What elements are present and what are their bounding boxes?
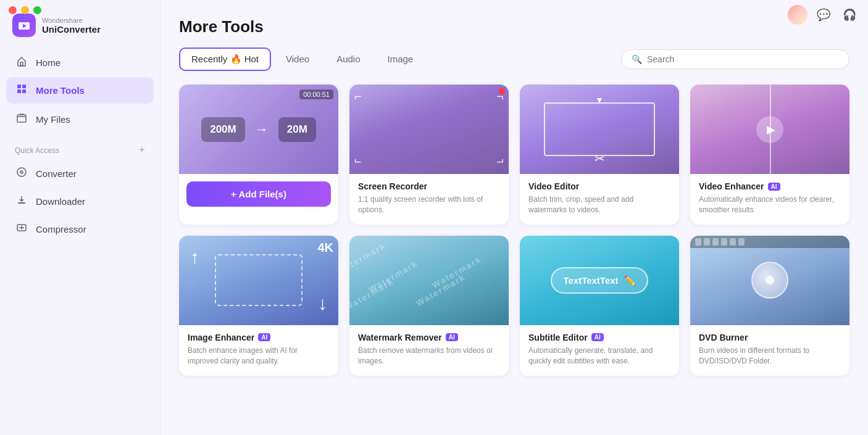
- tool-card-dvd-burner[interactable]: DVD Burner Burn videos in different form…: [690, 236, 849, 376]
- header-right: 💬 🎧: [788, 5, 859, 25]
- tool-card-image-enhancer[interactable]: 4K ↑ ↓ Image Enhancer AI Batch enhance i…: [179, 236, 338, 376]
- tab-video-label: Video: [286, 54, 309, 64]
- sidebar: Wondershare UniConverter Home More Tools…: [0, 0, 161, 435]
- sidebar-item-home[interactable]: Home: [6, 49, 154, 76]
- converter-badge: 00:00:51: [299, 89, 333, 99]
- subtitle-editor-info: Subtitle Editor AI Automatically generat…: [520, 325, 679, 376]
- tool-card-video-enhancer[interactable]: Video Enhancer AI Automatically enhance …: [690, 85, 849, 225]
- sidebar-item-compressor[interactable]: Compressor: [6, 216, 154, 242]
- dvd-burner-thumb: [690, 236, 849, 325]
- divider-line: [770, 85, 771, 174]
- tool-card-watermark-remover[interactable]: Watermark Watermark Watermark Watermark …: [349, 236, 509, 376]
- search-input[interactable]: [647, 54, 839, 64]
- ai-badge-subtitle: AI: [591, 333, 604, 341]
- tab-audio-label: Audio: [336, 54, 360, 64]
- ai-badge-image-enhancer: AI: [258, 333, 270, 341]
- watermark-text-1: Watermark: [349, 240, 388, 276]
- scissors-icon: ✂: [595, 151, 605, 166]
- dvd-disc: [751, 262, 788, 299]
- film-hole-3: [712, 238, 719, 246]
- enhance-frame: [215, 254, 303, 306]
- home-icon: [15, 56, 28, 70]
- tab-recently-hot-label: Recently 🔥 Hot: [191, 54, 259, 64]
- screen-recorder-thumb: ⌐ ⌐ ⌐ ⌐: [349, 85, 509, 174]
- svg-rect-5: [17, 89, 21, 93]
- headphone-icon[interactable]: 🎧: [840, 5, 859, 25]
- svg-point-8: [17, 168, 26, 176]
- brand-label: Wondershare: [42, 17, 101, 24]
- sidebar-item-my-files[interactable]: My Files: [6, 106, 154, 133]
- svg-rect-3: [17, 85, 21, 88]
- watermark-remover-desc: Batch remove watermarks from videos or i…: [358, 346, 500, 367]
- tool-card-video-editor[interactable]: ▼ ✂ Video Editor Batch trim, crop, speed…: [520, 85, 679, 225]
- my-files-label: My Files: [36, 114, 70, 125]
- converter-arrow: →: [255, 122, 269, 138]
- screen-recorder-info: Screen Recorder 1:1 quality screen recor…: [349, 174, 509, 225]
- corner-bl: ⌐: [354, 155, 362, 169]
- watermark-remover-title: Watermark Remover AI: [358, 333, 500, 342]
- quick-access-nav: Converter Downloader Compressor: [0, 160, 160, 242]
- corner-tl: ⌐: [354, 89, 362, 104]
- crop-frame: ▼ ✂: [544, 102, 656, 156]
- close-button[interactable]: [9, 6, 17, 14]
- up-arrow-icon: ↑: [190, 247, 199, 268]
- dvd-burner-title: DVD Burner: [699, 333, 841, 342]
- minimize-button[interactable]: [21, 6, 29, 14]
- sidebar-item-converter[interactable]: Converter: [6, 160, 154, 187]
- quick-access-add-icon[interactable]: +: [138, 144, 145, 157]
- watermark-remover-info: Watermark Remover AI Batch remove waterm…: [349, 325, 509, 376]
- subtitle-pill-text: TextTextText: [563, 275, 618, 286]
- corner-br: ⌐: [496, 155, 504, 169]
- subtitle-editor-thumb: TextTextText ✏️: [520, 236, 679, 325]
- dvd-burner-desc: Burn videos in different formats to DVD/…: [699, 346, 841, 367]
- chat-icon[interactable]: 💬: [814, 5, 833, 25]
- converter-size-from: 200M: [201, 117, 245, 142]
- video-editor-thumb: ▼ ✂: [520, 85, 679, 174]
- down-arrow-icon: ↓: [318, 293, 327, 314]
- watermark-remover-thumb: Watermark Watermark Watermark Watermark …: [349, 236, 509, 325]
- tab-recently-hot[interactable]: Recently 🔥 Hot: [179, 48, 271, 71]
- tabs-list: Recently 🔥 Hot Video Audio Image: [179, 48, 425, 71]
- tab-image[interactable]: Image: [375, 48, 426, 71]
- tab-video[interactable]: Video: [273, 48, 322, 71]
- video-enhancer-thumb: [690, 85, 849, 174]
- film-hole-5: [730, 238, 736, 246]
- sidebar-item-more-tools[interactable]: More Tools: [6, 77, 154, 104]
- tool-card-subtitle-editor[interactable]: TextTextText ✏️ Subtitle Editor AI Autom…: [520, 236, 679, 376]
- downloader-label: Downloader: [36, 196, 85, 207]
- logo-icon: [12, 14, 36, 37]
- search-box[interactable]: 🔍: [621, 49, 849, 69]
- tab-audio[interactable]: Audio: [324, 48, 372, 71]
- sidebar-item-downloader[interactable]: Downloader: [6, 188, 154, 215]
- four-k-label: 4K: [317, 241, 333, 255]
- image-enhancer-title: Image Enhancer AI: [188, 333, 330, 342]
- tab-image-label: Image: [388, 54, 414, 64]
- subtitle-editor-desc: Automatically generate, translate, and q…: [528, 346, 670, 367]
- my-files-icon: [15, 112, 28, 126]
- video-enhancer-desc: Automatically enhance videos for clearer…: [699, 194, 841, 216]
- film-hole-2: [704, 238, 710, 246]
- maximize-button[interactable]: [33, 6, 41, 14]
- sidebar-nav: Home More Tools: [0, 49, 160, 104]
- compressor-icon: [15, 222, 28, 236]
- more-tools-icon: [15, 83, 28, 97]
- window-controls: [9, 6, 41, 14]
- converter-card[interactable]: 00:00:51 200M → 20M + Add File(s): [179, 85, 338, 225]
- watermark-text-3: Watermark: [349, 276, 396, 312]
- tool-card-screen-recorder[interactable]: ⌐ ⌐ ⌐ ⌐ Screen Recorder 1:1 quality scre…: [349, 85, 509, 225]
- compressor-label: Compressor: [36, 224, 86, 234]
- crop-arrow: ▼: [595, 95, 604, 105]
- dvd-visual: [690, 236, 849, 325]
- avatar-icon[interactable]: [788, 5, 807, 25]
- image-enhancer-desc: Batch enhance images with AI for improve…: [188, 346, 330, 367]
- converter-label: Converter: [36, 168, 77, 179]
- rec-dot: [499, 88, 505, 94]
- add-files-button[interactable]: + Add File(s): [186, 181, 331, 207]
- dvd-inner-hole: [766, 276, 774, 284]
- ai-badge-video-enhancer: AI: [768, 183, 780, 191]
- quick-access-section: Quick Access +: [0, 135, 160, 160]
- search-icon: 🔍: [632, 54, 642, 64]
- converter-size-to: 20M: [278, 117, 316, 142]
- page-title: More Tools: [179, 17, 849, 36]
- image-enhancer-visual: 4K ↑ ↓: [179, 236, 338, 325]
